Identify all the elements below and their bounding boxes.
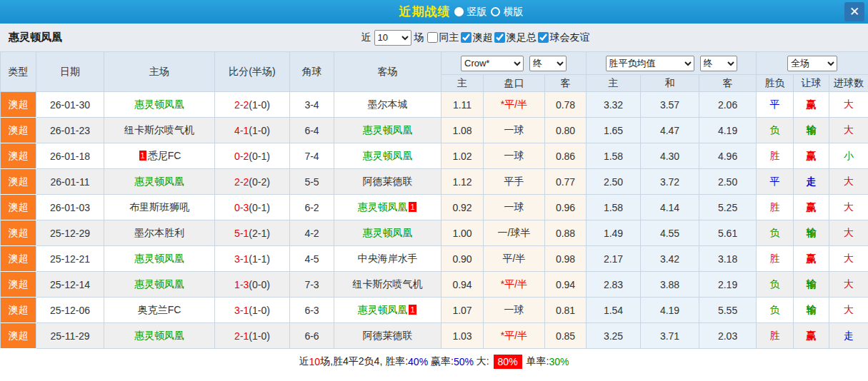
handicap-result: 输 [794,272,829,298]
away-team-cell: 中央海岸水手 [334,246,442,272]
home-team-cell: 惠灵顿凤凰 [104,272,215,298]
vertical-layout-label[interactable]: 竖版 [467,6,487,19]
fulltime-score: 1-3 [234,279,249,290]
close-icon[interactable]: ✕ [844,2,864,21]
header-avg-away: 客 [699,75,757,92]
horizontal-layout-radio[interactable] [491,7,500,16]
filter-checkbox-group: 同主 澳超 澳足总 球会友谊 [427,31,590,44]
avg-home-odds: 1.49 [587,220,641,246]
home-team-name: 惠灵顿凤凰 [134,98,184,110]
avg-away-odds: 2.19 [699,272,757,298]
away-team-cell: 惠灵顿凤凰1 [334,298,442,323]
filter-checkbox-label[interactable]: 澳超 [473,31,493,44]
league-cell: 澳超 [1,92,36,118]
crow-handicap: 一球 [484,143,545,169]
home-team-name: 惠灵顿凤凰 [134,330,184,341]
crow-final-select[interactable]: 终 [529,56,567,71]
filter-checkbox-input[interactable] [538,32,549,43]
handicap-result: 赢 [794,246,829,272]
header-home: 主场 [104,52,215,92]
goals-result: 大 [829,220,868,246]
home-team-name: 惠灵顿凤凰 [134,253,184,264]
crow-home-odds: 0.90 [442,246,484,272]
crow-home-odds: 1.12 [442,169,484,195]
halftime-score: (1-0) [249,305,270,316]
league-cell: 澳超 [1,169,36,195]
filter-checkbox[interactable]: 同主 [427,31,459,44]
score-cell: 5-1(2-1) [215,220,290,246]
summary-segment: 50% [454,356,474,367]
away-team-name: 阿德莱德联 [363,330,413,341]
titlebar: 近期战绩 竖版 横版 ✕ [0,0,868,24]
avg-draw-odds: 4.30 [641,143,699,169]
filter-checkbox-label[interactable]: 球会友谊 [550,31,590,44]
date-cell: 25-12-21 [36,246,104,272]
match-row: 澳超 25-12-14 惠灵顿凤凰 1-3(0-0) 7-3 纽卡斯尔喷气机 0… [1,272,868,298]
avg-draw-odds: 4.19 [641,298,699,323]
avg-draw-odds: 3.72 [641,169,699,195]
filter-checkbox-label[interactable]: 同主 [439,31,459,44]
league-cell: 澳超 [1,118,36,143]
avg-final-select[interactable]: 终 [700,56,737,71]
winloss-result: 负 [757,298,794,323]
home-team-cell: 惠灵顿凤凰 [104,246,215,272]
handicap-result: 输 [794,298,829,323]
scope-select[interactable]: 全场 [787,56,837,71]
results-table: 类型 日期 主场 比分(半场) 角球 客场 Crow* 终 [0,51,868,349]
filter-checkbox-input[interactable] [494,32,505,43]
filter-controls: 近 10 场 同主 澳超 澳足总 球会友谊 [361,30,590,46]
avg-away-odds: 4.19 [699,118,757,143]
goals-result: 大 [829,246,868,272]
league-cell: 澳超 [1,323,36,349]
home-team-name: 悉尼FC [148,150,181,161]
header-crow-home: 主 [442,75,484,92]
crow-home-odds: 0.94 [442,272,484,298]
crow-away-odds: 0.80 [545,118,587,143]
crow-odds-header: Crow* 终 [442,52,587,75]
fulltime-score: 3-1 [234,253,249,265]
avg-odds-select[interactable]: 胜平负均值 [606,56,694,71]
bookmaker-select[interactable]: Crow* [461,56,524,71]
filter-checkbox-input[interactable] [427,32,438,43]
corner-cell: 3-4 [290,92,334,118]
away-team-name: 墨尔本城 [368,98,408,110]
crow-handicap: *平/半 [484,272,545,298]
avg-draw-odds: 3.88 [641,272,699,298]
avg-home-odds: 2.83 [587,272,641,298]
winloss-result: 胜 [757,195,794,220]
crow-away-odds: 0.86 [545,143,587,169]
filter-checkbox-input[interactable] [461,32,472,43]
filter-checkbox[interactable]: 澳超 [461,31,493,44]
fulltime-score: 3-1 [234,305,249,316]
crow-away-odds: 0.96 [545,195,587,220]
match-row: 澳超 25-12-21 惠灵顿凤凰 3-1(1-1) 4-5 中央海岸水手 0.… [1,246,868,272]
date-cell: 26-01-18 [36,143,104,169]
result-scope-header: 全场 [757,52,868,75]
home-team-name: 惠灵顿凤凰 [134,176,184,187]
crow-away-odds: 0.98 [545,246,587,272]
score-cell: 3-1(1-0) [215,298,290,323]
header-crow-away: 客 [545,75,587,92]
match-row: 澳超 26-01-03 布里斯班狮吼 0-3(0-1) 6-2 惠灵顿凤凰1 0… [1,195,868,220]
header-winloss: 胜负 [757,75,794,92]
header-corner: 角球 [290,52,334,92]
home-team-cell: 墨尔本胜利 [104,220,215,246]
crow-home-odds: 1.07 [442,298,484,323]
filter-checkbox[interactable]: 澳足总 [494,31,537,44]
corner-cell: 4-2 [290,220,334,246]
vertical-layout-radio[interactable] [454,7,464,16]
summary-footer: 近 10 场,胜4平2负4, 胜率: 40% 赢率: 50% 大: 80% 单率… [0,349,868,375]
page-title: 近期战绩 [399,4,451,20]
home-team-name: 奥克兰FC [138,304,181,315]
crow-home-odds: 1.08 [442,118,484,143]
halftime-score: (0-2) [249,176,270,188]
fulltime-score: 0-2 [234,151,249,162]
recent-count-select[interactable]: 10 [374,30,411,46]
table-header: 类型 日期 主场 比分(半场) 角球 客场 Crow* 终 [1,52,868,92]
home-team-cell: 纽卡斯尔喷气机 [104,118,215,143]
filter-checkbox[interactable]: 球会友谊 [538,31,590,44]
winloss-result: 负 [757,272,794,298]
horizontal-layout-label[interactable]: 横版 [504,6,524,19]
filter-checkbox-label[interactable]: 澳足总 [507,31,537,44]
fulltime-score: 2-2 [234,176,249,188]
